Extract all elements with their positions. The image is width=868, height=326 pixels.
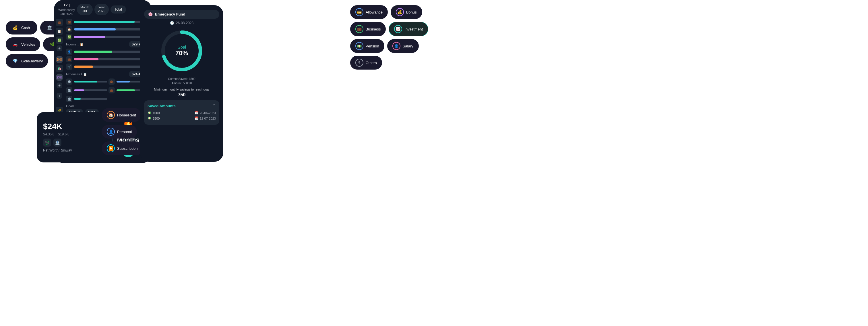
ef-saved-info: Current Saved : 3500 Amount: 5000.0 <box>144 77 219 85</box>
bar-icon-3: 💹 <box>66 34 72 40</box>
nw-icon-2: 🏦 <box>53 139 61 146</box>
app-date: 12 | WednesdayJul 2023 <box>58 3 75 16</box>
subscription-label: Subscription <box>117 146 138 151</box>
ef-saved-chevron[interactable]: ⌃ <box>212 103 216 109</box>
expense-chip-personal[interactable]: 👤 Personal <box>102 125 137 139</box>
source-label-cash: Cash <box>21 26 30 30</box>
add-goal-btn[interactable]: + <box>57 93 62 99</box>
ef-current-saved: Current Saved : 3500 <box>168 77 195 81</box>
ef-title: Emergency Fund <box>155 12 185 17</box>
vehicles-icon: 🚗 <box>11 40 19 48</box>
source-chip-vehicles[interactable]: 🚗 Vehicles <box>6 37 40 51</box>
ef-goal-text: Goal <box>175 45 188 50</box>
ef-fund-icon: 🌸 <box>148 12 153 17</box>
ef-saved-section: Saved Amounts ⌃ 💵 1000 📅 26-06-2023 💵 25… <box>144 100 219 125</box>
goal-bar-1: 🏛️ <box>66 79 72 85</box>
networth-icons: 💱 🏦 <box>43 139 107 146</box>
calendar-icon-2: 📅 <box>195 116 198 120</box>
gold-icon: 💎 <box>11 57 19 65</box>
ef-amount-1: 💵 1000 <box>148 111 160 115</box>
exp-bar-icon-2: 💼 <box>66 56 72 62</box>
calendar-icon-1: 📅 <box>195 111 198 115</box>
income-section-header: Income ℹ 📋 $29.7K + <box>66 41 150 48</box>
cash-icon: 💰 <box>11 24 19 32</box>
ef-amount: Amount: 5000.0 <box>172 82 192 85</box>
networth-label: Net Worth/Runway <box>43 148 107 152</box>
business-icon: 💼 <box>355 25 363 33</box>
ef-date-1: 📅 26-06-2023 <box>195 111 216 115</box>
networth-left: $24K $4.36K $19.6K 💱 🏦 Net Worth/Runway <box>43 122 107 152</box>
expense-chip-homerent[interactable]: 🏠 Home/Rent <box>102 108 141 122</box>
expense-side-pie2: 23% <box>56 74 63 81</box>
income-chip-pension[interactable]: 💵 Pension <box>350 39 384 53</box>
investment-label: Investment <box>404 27 423 31</box>
exp-bar-icon-3: 🛒 <box>66 63 72 70</box>
networth-sub1: $4.36K <box>43 132 54 136</box>
goals-section-header: Goals ℹ <box>66 104 150 108</box>
business-label: Business <box>366 27 381 31</box>
ef-amount-value-1: 1000 <box>153 111 160 115</box>
income-row-2: 💼 Business 📈 Investment <box>350 22 428 36</box>
investment-icon: 📈 <box>394 25 402 33</box>
source-chip-cash[interactable]: 💰 Cash <box>6 21 37 34</box>
add-expense-btn[interactable]: + <box>57 82 62 88</box>
clock-icon: 🕐 <box>170 21 174 25</box>
goal-bar-5: 🏛️ <box>66 96 72 102</box>
ef-saved-row-2: 💵 2500 📅 12-07-2023 <box>148 116 216 120</box>
ef-date: 🕐 26-08-2023 <box>144 21 219 25</box>
emergency-fund-panel: 🌸 Emergency Fund 🕐 26-08-2023 Goal 70% C… <box>140 5 223 162</box>
property-icon: 🏛️ <box>45 24 53 32</box>
income-side-icon: 💼 <box>56 19 63 26</box>
income-sources-panel: 💳 Allowance 💰 Bonus 💼 Business 📈 Investm… <box>350 5 428 70</box>
tab-total[interactable]: Total <box>111 5 126 13</box>
nw-icon-1: 💱 <box>43 139 51 146</box>
income-chip-allowance[interactable]: 💳 Allowance <box>350 5 388 19</box>
tab-year[interactable]: Year2023 <box>94 4 109 15</box>
expense-side-icon: 🛍️ <box>56 65 63 72</box>
networth-sub2: $19.6K <box>58 132 69 136</box>
subscription-icon: ▶️ <box>107 144 115 152</box>
income-label: Income ℹ 📋 <box>66 43 83 46</box>
expense-chip-subscription[interactable]: ▶️ Subscription <box>102 141 143 155</box>
bonus-icon: 💰 <box>396 8 404 16</box>
ef-circle-label: Goal 70% <box>175 45 188 57</box>
ef-circle-container: Goal 70% <box>144 28 219 74</box>
money-icon-2: 💵 <box>148 116 152 120</box>
income-chip-business[interactable]: 💼 Business <box>350 22 386 36</box>
exp-bar-icon-1: 👤 <box>66 49 72 55</box>
source-chip-gold[interactable]: 💎 Gold/Jewelry <box>6 54 48 68</box>
income-row-4: ₹ Others <box>350 56 428 70</box>
homerent-icon: 🏠 <box>107 111 115 119</box>
ef-percent: 70% <box>175 50 188 57</box>
tab-month[interactable]: MonthJul <box>77 4 93 15</box>
allowance-icon: 💳 <box>355 8 363 16</box>
personal-icon: 👤 <box>107 128 115 136</box>
ef-progress-circle: Goal 70% <box>159 28 205 74</box>
income-chip-salary[interactable]: 👤 Salary <box>387 39 419 53</box>
personal-label: Personal <box>117 130 132 134</box>
ef-min-amount: 750 <box>144 92 219 98</box>
ef-saved-header: Saved Amounts ⌃ <box>148 103 216 109</box>
income-chip-investment[interactable]: 📈 Investment <box>389 22 428 36</box>
income-chip-bonus[interactable]: 💰 Bonus <box>391 5 422 19</box>
ef-saved-title: Saved Amounts <box>148 104 176 108</box>
pension-label: Pension <box>366 44 379 48</box>
income-chip-others[interactable]: ₹ Others <box>350 56 382 70</box>
ef-amount-value-2: 2500 <box>153 117 160 120</box>
source-label-gold: Gold/Jewelry <box>21 59 43 63</box>
money-icon-1: 💵 <box>148 111 152 115</box>
homerent-label: Home/Rent <box>117 113 136 117</box>
networth-amount: $24K <box>43 122 107 131</box>
networth-sub: $4.36K $19.6K <box>43 132 107 136</box>
ef-date-value-1: 26-06-2023 <box>200 111 216 115</box>
others-label: Others <box>366 61 377 65</box>
allowance-label: Allowance <box>366 10 383 15</box>
goal-bar-3: 🏛️ <box>66 87 72 93</box>
app-header: 12 | WednesdayJul 2023 MonthJul Year2023… <box>54 0 152 18</box>
add-income-btn[interactable]: + <box>57 46 62 51</box>
ef-amount-2: 💵 2500 <box>148 116 160 120</box>
salary-label: Salary <box>403 44 413 48</box>
ef-date-value: 26-08-2023 <box>176 21 193 25</box>
expense-side-pie: 20% <box>56 56 63 63</box>
ef-header: 🌸 Emergency Fund <box>144 10 219 19</box>
